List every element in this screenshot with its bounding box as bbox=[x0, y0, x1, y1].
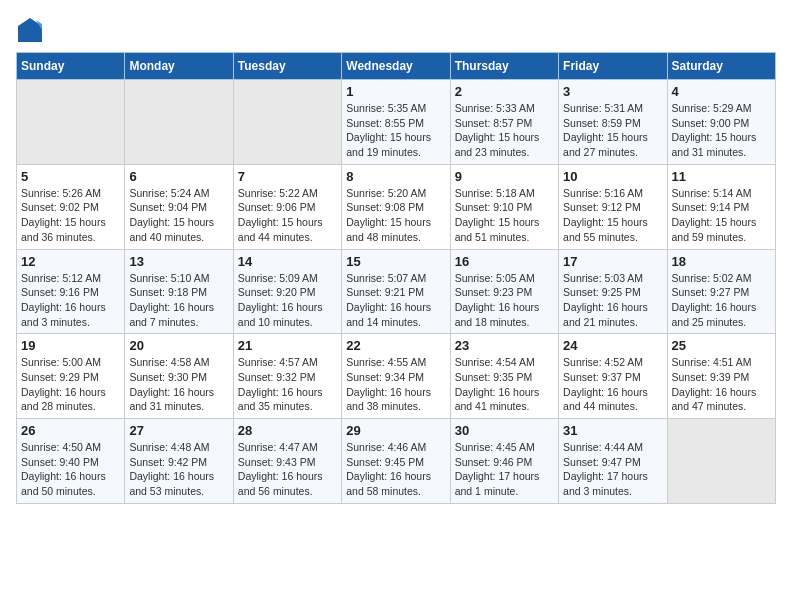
day-cell: 8Sunrise: 5:20 AM Sunset: 9:08 PM Daylig… bbox=[342, 164, 450, 249]
day-info: Sunrise: 4:46 AM Sunset: 9:45 PM Dayligh… bbox=[346, 440, 445, 499]
day-number: 27 bbox=[129, 423, 228, 438]
week-row-1: 1Sunrise: 5:35 AM Sunset: 8:55 PM Daylig… bbox=[17, 80, 776, 165]
day-number: 14 bbox=[238, 254, 337, 269]
header-row: SundayMondayTuesdayWednesdayThursdayFrid… bbox=[17, 53, 776, 80]
day-number: 5 bbox=[21, 169, 120, 184]
day-cell: 15Sunrise: 5:07 AM Sunset: 9:21 PM Dayli… bbox=[342, 249, 450, 334]
header-day-tuesday: Tuesday bbox=[233, 53, 341, 80]
day-cell: 6Sunrise: 5:24 AM Sunset: 9:04 PM Daylig… bbox=[125, 164, 233, 249]
week-row-4: 19Sunrise: 5:00 AM Sunset: 9:29 PM Dayli… bbox=[17, 334, 776, 419]
day-info: Sunrise: 5:26 AM Sunset: 9:02 PM Dayligh… bbox=[21, 186, 120, 245]
day-number: 24 bbox=[563, 338, 662, 353]
day-cell: 20Sunrise: 4:58 AM Sunset: 9:30 PM Dayli… bbox=[125, 334, 233, 419]
day-cell bbox=[17, 80, 125, 165]
day-info: Sunrise: 5:29 AM Sunset: 9:00 PM Dayligh… bbox=[672, 101, 771, 160]
day-info: Sunrise: 4:54 AM Sunset: 9:35 PM Dayligh… bbox=[455, 355, 554, 414]
day-cell: 23Sunrise: 4:54 AM Sunset: 9:35 PM Dayli… bbox=[450, 334, 558, 419]
day-info: Sunrise: 4:44 AM Sunset: 9:47 PM Dayligh… bbox=[563, 440, 662, 499]
day-info: Sunrise: 5:07 AM Sunset: 9:21 PM Dayligh… bbox=[346, 271, 445, 330]
day-number: 6 bbox=[129, 169, 228, 184]
day-cell: 5Sunrise: 5:26 AM Sunset: 9:02 PM Daylig… bbox=[17, 164, 125, 249]
day-info: Sunrise: 5:12 AM Sunset: 9:16 PM Dayligh… bbox=[21, 271, 120, 330]
svg-marker-0 bbox=[18, 18, 42, 42]
header-day-friday: Friday bbox=[559, 53, 667, 80]
day-info: Sunrise: 5:20 AM Sunset: 9:08 PM Dayligh… bbox=[346, 186, 445, 245]
day-number: 18 bbox=[672, 254, 771, 269]
day-info: Sunrise: 4:50 AM Sunset: 9:40 PM Dayligh… bbox=[21, 440, 120, 499]
day-cell: 9Sunrise: 5:18 AM Sunset: 9:10 PM Daylig… bbox=[450, 164, 558, 249]
day-cell: 4Sunrise: 5:29 AM Sunset: 9:00 PM Daylig… bbox=[667, 80, 775, 165]
day-cell: 16Sunrise: 5:05 AM Sunset: 9:23 PM Dayli… bbox=[450, 249, 558, 334]
day-info: Sunrise: 5:31 AM Sunset: 8:59 PM Dayligh… bbox=[563, 101, 662, 160]
day-number: 9 bbox=[455, 169, 554, 184]
day-info: Sunrise: 5:16 AM Sunset: 9:12 PM Dayligh… bbox=[563, 186, 662, 245]
day-number: 4 bbox=[672, 84, 771, 99]
day-cell: 2Sunrise: 5:33 AM Sunset: 8:57 PM Daylig… bbox=[450, 80, 558, 165]
day-number: 22 bbox=[346, 338, 445, 353]
day-info: Sunrise: 5:09 AM Sunset: 9:20 PM Dayligh… bbox=[238, 271, 337, 330]
day-info: Sunrise: 5:24 AM Sunset: 9:04 PM Dayligh… bbox=[129, 186, 228, 245]
day-number: 20 bbox=[129, 338, 228, 353]
header-day-sunday: Sunday bbox=[17, 53, 125, 80]
day-info: Sunrise: 4:52 AM Sunset: 9:37 PM Dayligh… bbox=[563, 355, 662, 414]
day-cell: 28Sunrise: 4:47 AM Sunset: 9:43 PM Dayli… bbox=[233, 419, 341, 504]
day-info: Sunrise: 4:51 AM Sunset: 9:39 PM Dayligh… bbox=[672, 355, 771, 414]
header-day-monday: Monday bbox=[125, 53, 233, 80]
day-cell: 1Sunrise: 5:35 AM Sunset: 8:55 PM Daylig… bbox=[342, 80, 450, 165]
week-row-2: 5Sunrise: 5:26 AM Sunset: 9:02 PM Daylig… bbox=[17, 164, 776, 249]
day-number: 7 bbox=[238, 169, 337, 184]
header-day-wednesday: Wednesday bbox=[342, 53, 450, 80]
day-cell: 12Sunrise: 5:12 AM Sunset: 9:16 PM Dayli… bbox=[17, 249, 125, 334]
day-cell: 14Sunrise: 5:09 AM Sunset: 9:20 PM Dayli… bbox=[233, 249, 341, 334]
day-info: Sunrise: 4:57 AM Sunset: 9:32 PM Dayligh… bbox=[238, 355, 337, 414]
day-info: Sunrise: 5:02 AM Sunset: 9:27 PM Dayligh… bbox=[672, 271, 771, 330]
day-cell: 13Sunrise: 5:10 AM Sunset: 9:18 PM Dayli… bbox=[125, 249, 233, 334]
day-info: Sunrise: 5:03 AM Sunset: 9:25 PM Dayligh… bbox=[563, 271, 662, 330]
day-cell: 27Sunrise: 4:48 AM Sunset: 9:42 PM Dayli… bbox=[125, 419, 233, 504]
day-number: 21 bbox=[238, 338, 337, 353]
day-cell: 7Sunrise: 5:22 AM Sunset: 9:06 PM Daylig… bbox=[233, 164, 341, 249]
day-cell bbox=[667, 419, 775, 504]
week-row-5: 26Sunrise: 4:50 AM Sunset: 9:40 PM Dayli… bbox=[17, 419, 776, 504]
day-cell: 22Sunrise: 4:55 AM Sunset: 9:34 PM Dayli… bbox=[342, 334, 450, 419]
logo-icon bbox=[16, 16, 44, 44]
day-info: Sunrise: 5:00 AM Sunset: 9:29 PM Dayligh… bbox=[21, 355, 120, 414]
day-number: 25 bbox=[672, 338, 771, 353]
day-info: Sunrise: 5:10 AM Sunset: 9:18 PM Dayligh… bbox=[129, 271, 228, 330]
day-number: 26 bbox=[21, 423, 120, 438]
week-row-3: 12Sunrise: 5:12 AM Sunset: 9:16 PM Dayli… bbox=[17, 249, 776, 334]
day-number: 19 bbox=[21, 338, 120, 353]
day-cell: 31Sunrise: 4:44 AM Sunset: 9:47 PM Dayli… bbox=[559, 419, 667, 504]
day-number: 17 bbox=[563, 254, 662, 269]
header-day-thursday: Thursday bbox=[450, 53, 558, 80]
day-info: Sunrise: 4:58 AM Sunset: 9:30 PM Dayligh… bbox=[129, 355, 228, 414]
calendar-table: SundayMondayTuesdayWednesdayThursdayFrid… bbox=[16, 52, 776, 504]
day-info: Sunrise: 5:33 AM Sunset: 8:57 PM Dayligh… bbox=[455, 101, 554, 160]
day-info: Sunrise: 4:47 AM Sunset: 9:43 PM Dayligh… bbox=[238, 440, 337, 499]
day-number: 2 bbox=[455, 84, 554, 99]
day-cell: 25Sunrise: 4:51 AM Sunset: 9:39 PM Dayli… bbox=[667, 334, 775, 419]
day-info: Sunrise: 5:14 AM Sunset: 9:14 PM Dayligh… bbox=[672, 186, 771, 245]
page-header bbox=[16, 16, 776, 44]
day-number: 31 bbox=[563, 423, 662, 438]
day-info: Sunrise: 4:48 AM Sunset: 9:42 PM Dayligh… bbox=[129, 440, 228, 499]
day-number: 23 bbox=[455, 338, 554, 353]
day-cell: 18Sunrise: 5:02 AM Sunset: 9:27 PM Dayli… bbox=[667, 249, 775, 334]
day-number: 10 bbox=[563, 169, 662, 184]
day-info: Sunrise: 5:05 AM Sunset: 9:23 PM Dayligh… bbox=[455, 271, 554, 330]
day-cell: 17Sunrise: 5:03 AM Sunset: 9:25 PM Dayli… bbox=[559, 249, 667, 334]
day-info: Sunrise: 5:35 AM Sunset: 8:55 PM Dayligh… bbox=[346, 101, 445, 160]
day-number: 29 bbox=[346, 423, 445, 438]
day-number: 11 bbox=[672, 169, 771, 184]
day-cell: 19Sunrise: 5:00 AM Sunset: 9:29 PM Dayli… bbox=[17, 334, 125, 419]
day-cell bbox=[233, 80, 341, 165]
day-cell: 24Sunrise: 4:52 AM Sunset: 9:37 PM Dayli… bbox=[559, 334, 667, 419]
logo bbox=[16, 16, 48, 44]
day-cell: 26Sunrise: 4:50 AM Sunset: 9:40 PM Dayli… bbox=[17, 419, 125, 504]
day-info: Sunrise: 4:45 AM Sunset: 9:46 PM Dayligh… bbox=[455, 440, 554, 499]
day-number: 8 bbox=[346, 169, 445, 184]
day-cell: 29Sunrise: 4:46 AM Sunset: 9:45 PM Dayli… bbox=[342, 419, 450, 504]
day-cell bbox=[125, 80, 233, 165]
day-cell: 30Sunrise: 4:45 AM Sunset: 9:46 PM Dayli… bbox=[450, 419, 558, 504]
day-number: 16 bbox=[455, 254, 554, 269]
